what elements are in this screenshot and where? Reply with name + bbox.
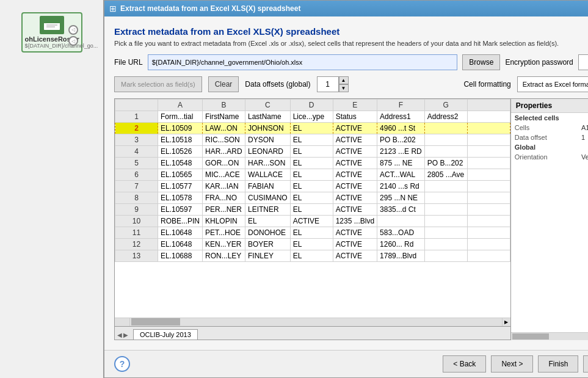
table-cell[interactable]	[424, 181, 467, 192]
table-row[interactable]: 1Form...tialFirstNameLastNameLice...ypeS…	[115, 111, 510, 123]
table-cell[interactable]: EL	[290, 134, 333, 146]
table-cell[interactable]	[424, 239, 467, 250]
table-cell[interactable]: FINLEY	[245, 250, 291, 262]
table-cell[interactable]: ACTIVE	[333, 169, 377, 181]
offset-input[interactable]	[317, 76, 339, 92]
table-cell[interactable]: EL.10518	[158, 134, 203, 146]
table-cell[interactable]: EL.10565	[158, 169, 203, 181]
properties-hscroll[interactable]: ▶	[511, 332, 588, 340]
cancel-button[interactable]: Cancel	[583, 355, 588, 373]
table-row[interactable]: 3EL.10518RIC...SONDYSONELACTIVEPO B...20…	[115, 134, 510, 146]
table-cell[interactable]: KHLOPIN	[203, 216, 245, 227]
table-cell[interactable]: EL	[290, 239, 333, 250]
table-cell[interactable]: EL.10648	[158, 227, 203, 239]
table-cell[interactable]: HAR...ARD	[203, 146, 245, 158]
table-cell[interactable]: WALLACE	[245, 169, 291, 181]
table-cell[interactable]: 295 ...N NE	[377, 192, 425, 204]
clear-button[interactable]: Clear	[208, 76, 239, 92]
table-row[interactable]: 7EL.10577KAR...IANFABIANELACTIVE2140 ...…	[115, 181, 510, 192]
spreadsheet-container[interactable]: A B C D E F G	[115, 99, 510, 318]
sheet-arrow-left[interactable]: ◀	[117, 332, 122, 338]
table-cell[interactable]: Address2	[424, 111, 467, 123]
table-cell[interactable]: EL.10577	[158, 181, 203, 192]
table-cell[interactable]: ACTIVE	[333, 134, 377, 146]
next-button[interactable]: Next >	[491, 355, 533, 373]
table-cell[interactable]: 2140 ...s Rd	[377, 181, 425, 192]
encryption-input[interactable]	[578, 54, 588, 70]
table-cell[interactable]: 4960 ...t St	[377, 123, 425, 134]
table-cell[interactable]	[424, 123, 467, 134]
table-cell[interactable]	[377, 216, 425, 227]
table-cell[interactable]: 1235 ...Blvd	[333, 216, 377, 227]
table-cell[interactable]: ACTIVE	[333, 181, 377, 192]
table-cell[interactable]: 3835...d Ct	[377, 204, 425, 216]
table-cell[interactable]: ACTIVE	[333, 158, 377, 169]
table-cell[interactable]: DYSON	[245, 134, 291, 146]
table-cell[interactable]: ACTIVE	[333, 123, 377, 134]
col-header-a[interactable]: A	[158, 100, 203, 111]
sheet-tab-1[interactable]: OCLIB-July 2013	[133, 329, 198, 340]
col-header-f[interactable]: F	[377, 100, 425, 111]
spinner-down-button[interactable]: ▼	[339, 84, 349, 92]
table-cell[interactable]: FRA...NO	[203, 192, 245, 204]
table-cell[interactable]: EL.10688	[158, 250, 203, 262]
connector-top[interactable]: ◁	[68, 25, 78, 35]
table-cell[interactable]: EL	[290, 204, 333, 216]
mark-selection-button[interactable]: Mark selection as field(s)	[114, 76, 202, 92]
table-row[interactable]: 10ROBE...PINKHLOPINELACTIVE1235 ...Blvd	[115, 216, 510, 227]
table-cell[interactable]: MIC...ACE	[203, 169, 245, 181]
table-cell[interactable]: EL	[290, 169, 333, 181]
browse-button[interactable]: Browse	[462, 54, 500, 70]
table-cell[interactable]: ACT...WAL	[377, 169, 425, 181]
table-cell[interactable]: EL	[290, 250, 333, 262]
col-header-e[interactable]: E	[333, 100, 377, 111]
table-cell[interactable]: PER...NER	[203, 204, 245, 216]
table-cell[interactable]	[424, 204, 467, 216]
table-cell[interactable]	[424, 216, 467, 227]
file-url-input[interactable]	[148, 54, 458, 70]
connector-bottom[interactable]: ◁	[68, 36, 78, 46]
table-cell[interactable]: Status	[333, 111, 377, 123]
table-cell[interactable]: EL.10578	[158, 192, 203, 204]
table-cell[interactable]: 2123 ...E RD	[377, 146, 425, 158]
table-cell[interactable]	[424, 146, 467, 158]
table-cell[interactable]: EL	[290, 227, 333, 239]
table-cell[interactable]: 2805 ...Ave	[424, 169, 467, 181]
table-cell[interactable]: GOR...ON	[203, 158, 245, 169]
table-cell[interactable]: ACTIVE	[333, 239, 377, 250]
table-row[interactable]: 13EL.10688RON...LEYFINLEYELACTIVE1789...…	[115, 250, 510, 262]
table-cell[interactable]: ACTIVE	[333, 204, 377, 216]
col-header-d[interactable]: D	[290, 100, 333, 111]
table-cell[interactable]: LEITNER	[245, 204, 291, 216]
table-row[interactable]: 8EL.10578FRA...NOCUSIMANOELACTIVE295 ...…	[115, 192, 510, 204]
table-cell[interactable]: FirstName	[203, 111, 245, 123]
table-cell[interactable]: EL	[290, 146, 333, 158]
table-cell[interactable]: BOYER	[245, 239, 291, 250]
table-cell[interactable]: ROBE...PIN	[158, 216, 203, 227]
table-cell[interactable]: EL	[290, 123, 333, 134]
table-cell[interactable]	[424, 227, 467, 239]
table-cell[interactable]: EL.10509	[158, 123, 203, 134]
table-cell[interactable]: HAR...SON	[245, 158, 291, 169]
col-header-b[interactable]: B	[203, 100, 245, 111]
table-cell[interactable]: 583...OAD	[377, 227, 425, 239]
table-cell[interactable]: Address1	[377, 111, 425, 123]
hscroll-right[interactable]: ▶	[502, 318, 510, 326]
table-cell[interactable]: FABIAN	[245, 181, 291, 192]
table-cell[interactable]: DONOHOE	[245, 227, 291, 239]
help-button[interactable]: ?	[114, 356, 130, 372]
table-cell[interactable]: KEN...YER	[203, 239, 245, 250]
back-button[interactable]: < Back	[443, 355, 486, 373]
table-cell[interactable]: ACTIVE	[290, 216, 333, 227]
table-cell[interactable]: EL.10548	[158, 158, 203, 169]
table-row[interactable]: 11EL.10648PET...HOEDONOHOEELACTIVE583...…	[115, 227, 510, 239]
spinner-up-button[interactable]: ▲	[339, 76, 349, 84]
col-header-g[interactable]: G	[424, 100, 467, 111]
finish-button[interactable]: Finish	[538, 355, 578, 373]
table-cell[interactable]: RIC...SON	[203, 134, 245, 146]
table-cell[interactable]: JOHNSON	[245, 123, 291, 134]
table-cell[interactable]: LAW...ON	[203, 123, 245, 134]
table-cell[interactable]: EL	[290, 158, 333, 169]
table-cell[interactable]: EL	[290, 192, 333, 204]
table-cell[interactable]: Form...tial	[158, 111, 203, 123]
